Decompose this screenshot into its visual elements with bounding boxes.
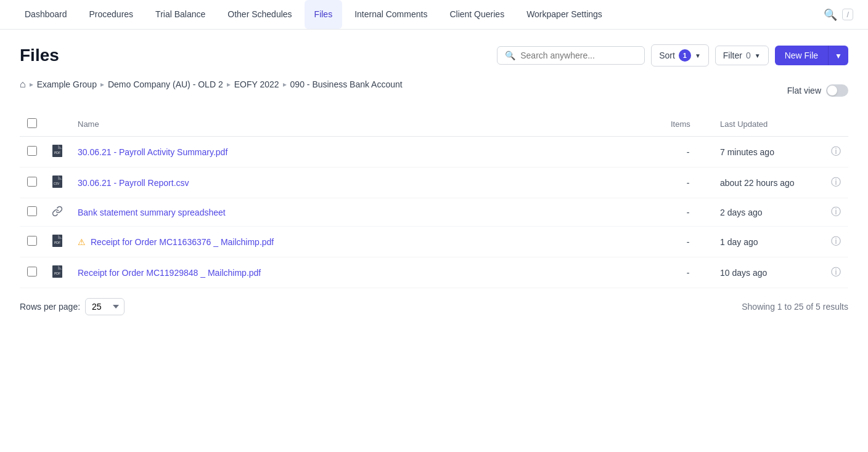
file-name-link[interactable]: 30.06.21 - Payroll Activity Summary.pdf — [78, 147, 227, 157]
info-icon[interactable]: ⓘ — [831, 146, 841, 156]
search-box[interactable]: 🔍 — [497, 46, 645, 65]
file-name-link[interactable]: Receipt for Order MC11636376 _ Mailchimp… — [91, 237, 274, 247]
breadcrumb-example-group[interactable]: Example Group — [37, 79, 97, 89]
page-title: Files — [20, 46, 59, 65]
header-icon-col — [44, 112, 70, 137]
new-file-button[interactable]: New File — [775, 46, 828, 65]
row-checkbox-cell — [20, 257, 44, 288]
nav-item-other-schedules[interactable]: Other Schedules — [218, 0, 301, 29]
toggle-knob — [827, 86, 837, 95]
svg-text:PDF: PDF — [54, 241, 60, 244]
sort-badge: 1 — [679, 49, 691, 62]
breadcrumb-sep-4: ▸ — [283, 80, 287, 89]
search-icon: 🔍 — [505, 50, 515, 60]
breadcrumb-demo-company[interactable]: Demo Company (AU) - OLD 2 — [108, 79, 223, 89]
row-checkbox-cell — [20, 167, 44, 198]
svg-text:PDF: PDF — [54, 151, 60, 155]
row-items-cell: - — [663, 137, 713, 167]
row-checkbox[interactable] — [27, 236, 37, 246]
info-icon[interactable]: ⓘ — [831, 177, 841, 187]
file-name-link[interactable]: 30.06.21 - Payroll Report.csv — [78, 178, 189, 188]
row-icon-cell: CSV — [44, 167, 70, 198]
slash-shortcut: / — [842, 9, 853, 20]
warning-icon: ⚠ — [78, 237, 86, 247]
breadcrumb-home-icon[interactable]: ⌂ — [20, 79, 26, 90]
file-name-link[interactable]: Receipt for Order MC11929848 _ Mailchimp… — [78, 268, 261, 278]
row-checkbox-cell — [20, 198, 44, 227]
info-icon[interactable]: ⓘ — [831, 267, 841, 277]
row-last-updated-cell: about 22 hours ago — [713, 167, 824, 198]
svg-text:CSV: CSV — [54, 182, 59, 185]
nav-item-dashboard[interactable]: Dashboard — [15, 0, 77, 29]
nav-item-procedures[interactable]: Procedures — [80, 0, 144, 29]
row-checkbox[interactable] — [27, 146, 37, 156]
rows-per-page-container: Rows per page: 25 10 50 100 — [20, 298, 125, 315]
row-icon-cell: PDF — [44, 137, 70, 167]
nav-item-trial-balance[interactable]: Trial Balance — [145, 0, 215, 29]
breadcrumb-sep-1: ▸ — [30, 80, 33, 89]
select-all-checkbox[interactable] — [27, 118, 37, 128]
search-input[interactable] — [520, 50, 637, 60]
flat-view-container: Flat view — [787, 84, 848, 97]
info-icon[interactable]: ⓘ — [831, 206, 841, 217]
breadcrumb-eofy[interactable]: EOFY 2022 — [234, 79, 279, 89]
search-icon[interactable]: 🔍 — [824, 8, 837, 22]
files-table: Name Items Last Updated PDF 30.06.21 - P… — [20, 112, 848, 288]
header-info-col — [824, 112, 848, 137]
nav-item-files[interactable]: Files — [305, 0, 343, 29]
row-items-cell: - — [663, 227, 713, 257]
rows-per-page-select[interactable]: 25 10 50 100 — [85, 298, 125, 315]
flat-view-label: Flat view — [787, 86, 821, 95]
file-type-icon: CSV — [52, 180, 63, 190]
new-file-dropdown-button[interactable]: ▼ — [828, 46, 848, 65]
row-last-updated-cell: 2 days ago — [713, 198, 824, 227]
file-name-link[interactable]: Bank statement summary spreadsheet — [78, 208, 226, 217]
row-info-cell: ⓘ — [824, 198, 848, 227]
table-row: CSV 30.06.21 - Payroll Report.csv - abou… — [20, 167, 848, 198]
header-select-all — [20, 112, 44, 137]
row-info-cell: ⓘ — [824, 227, 848, 257]
page-header: Files 🔍 Sort 1 ▼ Filter 0 ▼ New File — [20, 44, 848, 67]
row-items-cell: - — [663, 198, 713, 227]
row-info-cell: ⓘ — [824, 137, 848, 167]
toolbar: 🔍 Sort 1 ▼ Filter 0 ▼ New File ▼ — [497, 44, 848, 67]
breadcrumb-row: ⌂ ▸ Example Group ▸ Demo Company (AU) - … — [20, 79, 848, 102]
breadcrumb-sep-2: ▸ — [100, 80, 104, 89]
row-checkbox-cell — [20, 227, 44, 257]
nav-search-area: 🔍 / — [824, 8, 853, 22]
row-items-cell: - — [663, 257, 713, 288]
breadcrumb-sep-3: ▸ — [227, 80, 231, 89]
header-items: Items — [663, 112, 713, 137]
row-checkbox[interactable] — [27, 206, 37, 216]
new-file-chevron-icon: ▼ — [835, 52, 842, 60]
row-checkbox-cell — [20, 137, 44, 167]
breadcrumb: ⌂ ▸ Example Group ▸ Demo Company (AU) - … — [20, 79, 403, 90]
file-type-icon: PDF — [52, 240, 63, 249]
nav-item-internal-comments[interactable]: Internal Comments — [345, 0, 437, 29]
nav-item-client-queries[interactable]: Client Queries — [440, 0, 514, 29]
row-last-updated-cell: 7 minutes ago — [713, 137, 824, 167]
header-last-updated: Last Updated — [713, 112, 824, 137]
filter-label: Filter — [723, 50, 742, 60]
header-name: Name — [70, 112, 663, 137]
row-name-cell: 30.06.21 - Payroll Report.csv — [70, 167, 663, 198]
sort-button[interactable]: Sort 1 ▼ — [651, 44, 709, 67]
row-checkbox[interactable] — [27, 177, 37, 187]
file-type-icon: PDF — [52, 270, 63, 280]
filter-count: 0 — [746, 50, 751, 60]
row-icon-cell: PDF — [44, 257, 70, 288]
file-type-icon: PDF — [52, 150, 63, 159]
info-icon[interactable]: ⓘ — [831, 236, 841, 246]
file-type-icon — [52, 209, 63, 219]
breadcrumb-business-bank[interactable]: 090 - Business Bank Account — [290, 79, 403, 89]
flat-view-toggle[interactable] — [826, 84, 848, 97]
table-header-row: Name Items Last Updated — [20, 112, 848, 137]
filter-button[interactable]: Filter 0 ▼ — [715, 46, 769, 65]
row-name-cell: 30.06.21 - Payroll Activity Summary.pdf — [70, 137, 663, 167]
top-navigation: Dashboard Procedures Trial Balance Other… — [0, 0, 868, 30]
nav-item-workpaper-settings[interactable]: Workpaper Settings — [517, 0, 612, 29]
row-name-cell: ⚠ Receipt for Order MC11636376 _ Mailchi… — [70, 227, 663, 257]
row-checkbox[interactable] — [27, 267, 37, 276]
new-file-btn-group: New File ▼ — [775, 46, 848, 65]
row-last-updated-cell: 1 day ago — [713, 227, 824, 257]
